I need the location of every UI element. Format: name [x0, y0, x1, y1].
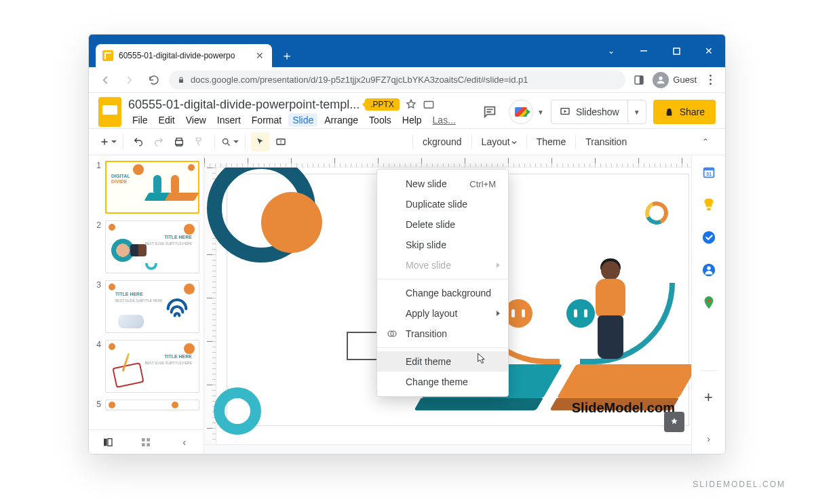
- textbox-tool[interactable]: T: [271, 132, 290, 151]
- profile-button[interactable]: Guest: [653, 72, 697, 88]
- back-button[interactable]: [96, 71, 115, 90]
- svg-rect-13: [108, 438, 112, 446]
- slide-thumb-2[interactable]: 2 TITLE HERE BEST SLIDE SUBTITLE HERE: [93, 220, 199, 273]
- slide-thumb-5[interactable]: 5: [93, 400, 199, 410]
- menu-format[interactable]: Format: [248, 113, 286, 127]
- svg-rect-3: [640, 76, 643, 84]
- svg-point-24: [707, 267, 711, 271]
- lock-icon: [177, 76, 185, 84]
- menu-change-theme[interactable]: Change theme: [377, 372, 508, 392]
- menu-tools[interactable]: Tools: [365, 113, 395, 127]
- contacts-icon[interactable]: [701, 263, 716, 277]
- redo-tool[interactable]: [149, 132, 168, 151]
- slide-thumb-3[interactable]: 3 TITLE HERE BEST SLIDE SUBTITLE HERE: [93, 280, 199, 333]
- toolbar-transition[interactable]: Transition: [581, 136, 631, 147]
- svg-rect-21: [707, 208, 711, 211]
- filmstrip-view-button[interactable]: [98, 432, 118, 452]
- new-tab-button[interactable]: ＋: [277, 46, 296, 65]
- svg-rect-17: [147, 443, 151, 446]
- keep-icon[interactable]: [701, 197, 716, 212]
- paint-format-tool[interactable]: [190, 132, 209, 151]
- slideshow-button[interactable]: Slideshow ▼: [551, 100, 646, 124]
- thumbnail-footer: ‹: [89, 429, 204, 454]
- menu-transition[interactable]: Transition: [377, 324, 508, 344]
- toolbar-layout[interactable]: Layout: [478, 136, 521, 147]
- tab-title: 60555-01-digital-divide-powerpo: [119, 51, 235, 60]
- undo-tool[interactable]: [129, 132, 148, 151]
- slideshow-caret[interactable]: ▼: [627, 100, 646, 123]
- menu-arrange[interactable]: Arrange: [320, 113, 362, 127]
- svg-rect-12: [104, 438, 107, 446]
- guest-label: Guest: [673, 75, 697, 85]
- star-icon[interactable]: [405, 98, 417, 111]
- addons-button[interactable]: +: [704, 389, 713, 406]
- comments-button[interactable]: [478, 100, 502, 124]
- menu-file[interactable]: File: [128, 113, 152, 127]
- slide-thumb-1[interactable]: 1 DIGITAL DIVIDE: [93, 161, 199, 214]
- slides-logo[interactable]: [98, 97, 121, 127]
- menu-apply-layout[interactable]: Apply layout: [377, 303, 508, 324]
- horizontal-scrollbar[interactable]: [204, 444, 691, 454]
- slideshow-label: Slideshow: [576, 106, 619, 117]
- menu-duplicate-slide[interactable]: Duplicate slide: [377, 194, 508, 214]
- select-tool[interactable]: [251, 132, 270, 151]
- grid-view-button[interactable]: [136, 432, 156, 452]
- toolbar-background[interactable]: ckground: [419, 136, 466, 147]
- menu-delete-slide[interactable]: Delete slide: [377, 214, 508, 235]
- toolbar-theme[interactable]: Theme: [532, 136, 570, 147]
- reload-button[interactable]: [144, 71, 163, 90]
- menu-edit[interactable]: Edit: [155, 113, 179, 127]
- tab-search-button[interactable]: ⌄: [595, 35, 627, 67]
- calendar-icon[interactable]: 31: [701, 165, 716, 180]
- document-title[interactable]: 60555-01-digital-divide-powerpoint-templ…: [128, 98, 360, 112]
- menu-last-edit[interactable]: Las...: [429, 113, 460, 127]
- url-field[interactable]: docs.google.com/presentation/d/19-p5z1tj…: [169, 71, 625, 90]
- menu-insert[interactable]: Insert: [213, 113, 245, 127]
- menu-move-slide: Move slide: [377, 255, 508, 275]
- menubar: File Edit View Insert Format Slide Arran…: [128, 113, 471, 127]
- side-rail-collapse[interactable]: ›: [707, 433, 710, 444]
- page-watermark: SLIDEMODEL.COM: [693, 480, 786, 489]
- lock-icon: [664, 107, 674, 117]
- menu-skip-slide[interactable]: Skip slide: [377, 235, 508, 255]
- window-close-button[interactable]: ✕: [693, 35, 725, 67]
- chrome-menu-button[interactable]: [702, 72, 718, 88]
- share-button[interactable]: Share: [653, 100, 716, 124]
- reading-list-button[interactable]: [631, 72, 647, 88]
- svg-text:T: T: [279, 139, 283, 145]
- maps-icon[interactable]: [701, 295, 716, 310]
- address-bar: docs.google.com/presentation/d/19-p5z1tj…: [89, 67, 725, 93]
- svg-point-22: [702, 231, 714, 244]
- move-icon[interactable]: [423, 98, 435, 111]
- zoom-tool[interactable]: [220, 132, 239, 151]
- forward-button[interactable]: [120, 71, 139, 90]
- thumbnail-panel: 1 DIGITAL DIVIDE: [89, 155, 204, 454]
- tab-close-button[interactable]: ✕: [254, 50, 265, 61]
- url-text: docs.google.com/presentation/d/19-p5z1tj…: [191, 75, 528, 85]
- format-badge: .PPTX: [365, 98, 400, 111]
- print-tool[interactable]: [170, 132, 189, 151]
- window-minimize-button[interactable]: [627, 35, 660, 67]
- menu-change-background[interactable]: Change background: [377, 283, 508, 303]
- svg-text:31: 31: [705, 171, 711, 177]
- slides-favicon: [102, 50, 113, 61]
- svg-rect-14: [142, 438, 145, 442]
- svg-point-25: [707, 299, 710, 303]
- menu-edit-theme[interactable]: Edit theme: [377, 351, 508, 372]
- sidebar-collapse-button[interactable]: ‹: [174, 432, 195, 452]
- menu-help[interactable]: Help: [398, 113, 426, 127]
- slide-thumb-4[interactable]: 4 TITLE HERE BEST SLIDE SUBTITLE HERE: [93, 340, 199, 393]
- meet-button[interactable]: [509, 100, 533, 124]
- explore-button[interactable]: [664, 412, 684, 432]
- window-maximize-button[interactable]: [660, 35, 693, 67]
- browser-tab[interactable]: 60555-01-digital-divide-powerpo ✕: [96, 44, 272, 67]
- menu-slide[interactable]: Slide: [288, 113, 317, 127]
- menu-new-slide[interactable]: New slideCtrl+M: [377, 174, 508, 194]
- menu-view[interactable]: View: [182, 113, 210, 127]
- new-slide-tool[interactable]: [98, 132, 117, 151]
- toolbar-collapse[interactable]: ⌃: [695, 132, 716, 152]
- tasks-icon[interactable]: [701, 230, 716, 245]
- titlebar: 60555-01-digital-divide-powerpo ✕ ＋ ⌄ ✕: [89, 35, 725, 67]
- slide-context-menu: New slideCtrl+M Duplicate slide Delete s…: [376, 169, 509, 397]
- meet-caret-icon[interactable]: ▼: [537, 109, 544, 116]
